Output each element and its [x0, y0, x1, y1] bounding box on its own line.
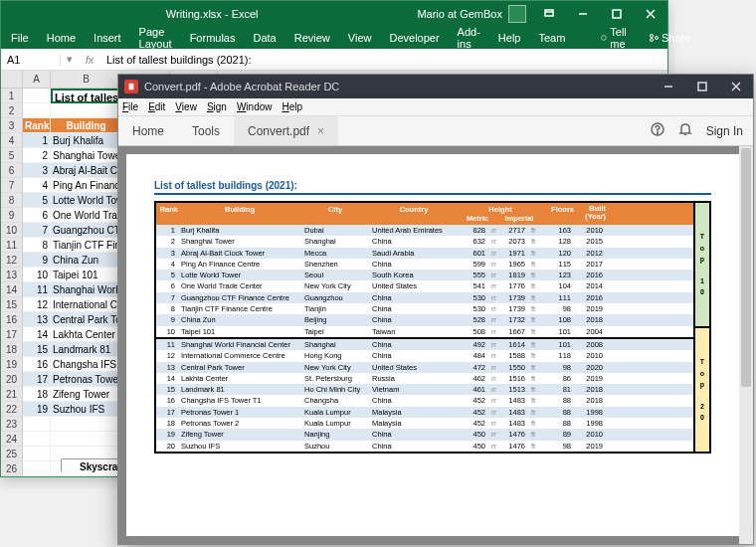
maximize-icon[interactable]	[685, 75, 719, 98]
share-button[interactable]: Share	[649, 32, 690, 44]
table-row: 10Taipei 101TaipeiTaiwan508m1667ft101200…	[156, 326, 693, 339]
acrobat-title: Convert.pdf - Adobe Acrobat Reader DC	[144, 81, 339, 92]
tab-tools[interactable]: Tools	[178, 116, 234, 145]
table-row: 20Suzhou IFSSuzhouChina450m1476ft982019	[156, 441, 693, 452]
svg-point-7	[650, 35, 653, 38]
maximize-icon[interactable]	[600, 1, 634, 27]
table-row: 1Burj KhalifaDubaiUnited Arab Emirates82…	[156, 225, 693, 236]
ribbon-developer[interactable]: Developer	[389, 32, 439, 44]
svg-rect-11	[698, 83, 706, 91]
table-row: 18Petronas Tower 2Kuala LumpurMalaysia45…	[156, 418, 693, 429]
scrollbar[interactable]	[739, 146, 753, 544]
svg-point-9	[655, 37, 658, 40]
menu-help[interactable]: Help	[283, 101, 303, 112]
menu-file[interactable]: File	[122, 101, 138, 112]
menu-view[interactable]: View	[175, 101, 197, 112]
ribbon-help[interactable]: Help	[498, 32, 521, 44]
table-row: 12International Commerce CentreHong Kong…	[156, 350, 693, 361]
table-row: 5Lotte World TowerSeoulSouth Korea555m18…	[156, 270, 693, 280]
svg-point-6	[602, 36, 607, 41]
formula-bar: A1 ▾ fx List of tallest buildings (2021)…	[1, 49, 667, 71]
label-top10: Top10	[695, 203, 709, 328]
minimize-icon[interactable]	[652, 75, 685, 98]
side-labels: Top10 Top20	[695, 201, 711, 454]
menu-window[interactable]: Window	[237, 101, 273, 112]
acrobat-viewport: List of tallest buildings (2021): RankBu…	[118, 146, 753, 544]
table-row: 13Central Park TowerNew York CityUnited …	[156, 362, 693, 373]
svg-point-15	[657, 133, 658, 134]
table-row: 4Ping An Finance CentreShenzhenChina599m…	[156, 259, 693, 270]
ribbon-formulas[interactable]: Formulas	[190, 32, 236, 44]
scrollbar-thumb[interactable]	[741, 148, 751, 387]
ribbon-data[interactable]: Data	[253, 32, 276, 44]
pdf-page: List of tallest buildings (2021): RankBu…	[126, 154, 739, 536]
excel-title: Writing.xlsx - Excel	[13, 8, 411, 20]
table-row: 17Petronas Tower 1Kuala LumpurMalaysia45…	[156, 407, 693, 418]
signin-button[interactable]: Sign In	[706, 124, 743, 138]
svg-point-8	[650, 39, 653, 42]
table-row: 9China ZunBeijingChina528m1732ft1082018	[156, 314, 693, 325]
bell-icon[interactable]	[678, 122, 692, 139]
acrobat-menubar: FileEditViewSignWindowHelp	[118, 98, 753, 116]
ribbon-view[interactable]: View	[348, 32, 372, 44]
row-headers[interactable]: 1234567891011121314151617181920212223242…	[1, 89, 23, 476]
acrobat-tabs: Home Tools Convert.pdf× Sign In	[118, 116, 753, 146]
ribbon-team[interactable]: Team	[538, 32, 565, 44]
name-box-dropdown-icon[interactable]: ▾	[61, 53, 79, 66]
menu-sign[interactable]: Sign	[207, 101, 227, 112]
formula-value[interactable]: List of tallest buildings (2021):	[100, 54, 258, 66]
help-icon[interactable]	[651, 122, 664, 139]
excel-titlebar: Writing.xlsx - Excel Mario at GemBox	[1, 1, 667, 27]
table-row: 11Shanghai World Financial CenterShangha…	[156, 339, 693, 350]
ribbon-add-ins[interactable]: Add-ins	[458, 26, 480, 50]
acrobat-titlebar: Convert.pdf - Adobe Acrobat Reader DC	[118, 75, 753, 98]
label-top20: Top20	[695, 328, 709, 454]
page-title: List of tallest buildings (2021):	[154, 180, 711, 195]
buildings-table: RankBuildingCityCountryHeightMetricImper…	[154, 201, 695, 454]
tell-me[interactable]: Tell me	[601, 26, 631, 50]
excel-user[interactable]: Mario at GemBox	[411, 5, 532, 23]
acrobat-window: Convert.pdf - Adobe Acrobat Reader DC Fi…	[117, 74, 754, 545]
ribbon-home[interactable]: Home	[47, 32, 76, 44]
menu-edit[interactable]: Edit	[148, 101, 165, 112]
ribbon-review[interactable]: Review	[294, 32, 330, 44]
tab-home[interactable]: Home	[118, 116, 178, 145]
table-row: 3Abraj Al-Bait Clock TowerMeccaSaudi Ara…	[156, 248, 693, 259]
tab-document[interactable]: Convert.pdf×	[234, 116, 338, 145]
table-row: 7Guangzhou CTF Finance CentreGuangzhouCh…	[156, 292, 693, 303]
close-icon[interactable]	[719, 75, 753, 98]
minimize-icon[interactable]	[566, 1, 600, 27]
table-row: 15Landmark 81Ho Chi Minh CityVietnam461m…	[156, 384, 693, 395]
ribbon-file[interactable]: File	[11, 32, 29, 44]
fx-icon[interactable]: fx	[79, 54, 100, 66]
ribbon-insert[interactable]: Insert	[94, 32, 121, 44]
svg-rect-3	[613, 10, 621, 18]
table-row: 19Zifeng TowerNanjingChina450m1476ft8920…	[156, 429, 693, 440]
table-row: 16Changsha IFS Tower T1ChangshaChina452m…	[156, 395, 693, 406]
ribbon-options-icon[interactable]	[532, 1, 566, 27]
table-row: 2Shanghai TowerShanghaiChina632m2073ft12…	[156, 236, 693, 247]
table-row: 6One World Trade CenterNew York CityUnit…	[156, 280, 693, 291]
svg-rect-0	[545, 10, 553, 16]
avatar[interactable]	[508, 5, 526, 23]
close-tab-icon[interactable]: ×	[317, 124, 324, 138]
acrobat-icon	[124, 80, 138, 93]
table-row: 14Lakhta CenterSt. PetersburgRussia462m1…	[156, 373, 693, 384]
excel-ribbon: FileHomeInsertPage LayoutFormulasDataRev…	[1, 27, 667, 49]
ribbon-page-layout[interactable]: Page Layout	[139, 26, 172, 50]
name-box[interactable]: A1	[1, 54, 61, 66]
close-icon[interactable]	[634, 1, 667, 27]
table-row: 8Tianjin CTF Finance CentreTianjinChina5…	[156, 303, 693, 314]
